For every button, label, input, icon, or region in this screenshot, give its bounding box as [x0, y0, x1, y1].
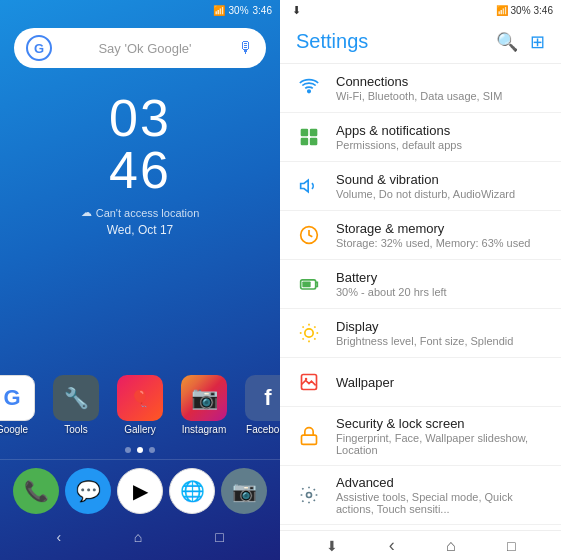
- svg-line-13: [314, 338, 315, 339]
- clock-hour: 03: [109, 92, 171, 144]
- search-icon[interactable]: 🔍: [496, 31, 518, 53]
- date-text: Wed, Oct 17: [107, 223, 173, 237]
- svg-rect-1: [301, 129, 309, 137]
- storage-title: Storage & memory: [336, 221, 547, 236]
- settings-item-storage[interactable]: Storage & memory Storage: 32% used, Memo…: [280, 211, 561, 260]
- phone-dock-icon[interactable]: 📞: [13, 468, 59, 514]
- app-tools[interactable]: 🔧 Tools: [53, 375, 99, 435]
- bottom-dock: 📞 💬 ▶ 🌐 📷: [0, 459, 280, 522]
- app-google[interactable]: G Google: [0, 375, 35, 435]
- back-btn-right[interactable]: ‹: [389, 535, 395, 556]
- settings-item-apps[interactable]: Apps & notifications Permissions, defaul…: [280, 113, 561, 162]
- recents-btn-left[interactable]: □: [215, 529, 223, 545]
- app-gallery[interactable]: 🎈 Gallery: [117, 375, 163, 435]
- left-status-bar: 📶 30% 3:46: [0, 0, 280, 20]
- google-logo: G: [26, 35, 52, 61]
- connections-icon: [294, 73, 324, 103]
- battery-title: Battery: [336, 270, 547, 285]
- battery-text: 30%: [229, 5, 249, 16]
- messages-dock-icon[interactable]: 💬: [65, 468, 111, 514]
- layout-icon[interactable]: ⊞: [530, 31, 545, 53]
- settings-footer: ⬇ ‹ ⌂ □: [280, 530, 561, 560]
- download-icon: ⬇: [288, 4, 301, 17]
- wifi-icon: 📶: [213, 5, 225, 16]
- svg-line-12: [303, 327, 304, 328]
- svg-point-9: [305, 329, 313, 337]
- gallery-label: Gallery: [124, 424, 156, 435]
- location-text: ☁ Can't access location: [81, 206, 200, 219]
- advanced-subtitle: Assistive tools, Special mode, Quick act…: [336, 491, 547, 515]
- cloud-icon: ☁: [81, 206, 92, 219]
- time-display-left: 3:46: [253, 5, 272, 16]
- header-icons: 🔍 ⊞: [496, 31, 545, 53]
- svg-point-21: [307, 493, 312, 498]
- app-instagram[interactable]: 📷 Instagram: [181, 375, 227, 435]
- advanced-icon: [294, 480, 324, 510]
- settings-item-battery[interactable]: Battery 30% - about 20 hrs left: [280, 260, 561, 309]
- home-btn-left[interactable]: ⌂: [134, 529, 142, 545]
- left-nav-bar: ‹ ⌂ □: [0, 522, 280, 552]
- sound-text: Sound & vibration Volume, Do not disturb…: [336, 172, 547, 200]
- connections-text: Connections Wi-Fi, Bluetooth, Data usage…: [336, 74, 547, 102]
- svg-rect-2: [310, 129, 318, 137]
- app-row-main: G Google 🔧 Tools 🎈 Gallery 📷 Instagram f…: [0, 369, 280, 441]
- tools-label: Tools: [64, 424, 87, 435]
- right-status-bar: ⬇ 📶 30% 3:46: [280, 0, 561, 20]
- google-search-bar[interactable]: G Say 'Ok Google' 🎙: [14, 28, 266, 68]
- dot-2: [137, 447, 143, 453]
- wallpaper-icon: [294, 367, 324, 397]
- display-title: Display: [336, 319, 547, 334]
- svg-rect-8: [302, 282, 310, 288]
- back-btn-left[interactable]: ‹: [56, 529, 61, 545]
- download-arrow: ⬇: [326, 538, 338, 554]
- home-btn-right[interactable]: ⌂: [446, 537, 456, 555]
- mic-icon[interactable]: 🎙: [238, 39, 254, 57]
- google-icon: G: [0, 375, 35, 421]
- display-text: Display Brightness level, Font size, Spl…: [336, 319, 547, 347]
- recents-btn-right[interactable]: □: [507, 538, 515, 554]
- svg-rect-3: [301, 138, 309, 146]
- settings-item-sound[interactable]: Sound & vibration Volume, Do not disturb…: [280, 162, 561, 211]
- security-title: Security & lock screen: [336, 416, 547, 431]
- status-icons: 📶 30% 3:46: [213, 5, 272, 16]
- facebook-label: Facebook: [246, 424, 280, 435]
- security-icon: [294, 421, 324, 451]
- svg-line-17: [314, 327, 315, 328]
- app-facebook[interactable]: f Facebook: [245, 375, 280, 435]
- storage-text: Storage & memory Storage: 32% used, Memo…: [336, 221, 547, 249]
- svg-rect-20: [302, 435, 317, 444]
- page-dots: [0, 447, 280, 453]
- settings-item-security[interactable]: Security & lock screen Fingerprint, Face…: [280, 407, 561, 466]
- play-dock-icon[interactable]: ▶: [117, 468, 163, 514]
- instagram-label: Instagram: [182, 424, 226, 435]
- camera-dock-icon[interactable]: 📷: [221, 468, 267, 514]
- tools-icon: 🔧: [53, 375, 99, 421]
- settings-item-advanced[interactable]: Advanced Assistive tools, Special mode, …: [280, 466, 561, 525]
- advanced-title: Advanced: [336, 475, 547, 490]
- google-label: Google: [0, 424, 28, 435]
- display-subtitle: Brightness level, Font size, Splendid: [336, 335, 547, 347]
- wifi-icon-right: 📶: [496, 5, 508, 16]
- svg-point-19: [305, 378, 308, 381]
- battery-icon: [294, 269, 324, 299]
- svg-line-16: [303, 338, 304, 339]
- apps-subtitle: Permissions, default apps: [336, 139, 547, 151]
- chrome-dock-icon[interactable]: 🌐: [169, 468, 215, 514]
- settings-item-wallpaper[interactable]: Wallpaper: [280, 358, 561, 407]
- battery-subtitle: 30% - about 20 hrs left: [336, 286, 547, 298]
- security-subtitle: Fingerprint, Face, Wallpaper slideshow, …: [336, 432, 547, 456]
- storage-subtitle: Storage: 32% used, Memory: 63% used: [336, 237, 547, 249]
- settings-item-connections[interactable]: Connections Wi-Fi, Bluetooth, Data usage…: [280, 64, 561, 113]
- apps-text: Apps & notifications Permissions, defaul…: [336, 123, 547, 151]
- settings-item-display[interactable]: Display Brightness level, Font size, Spl…: [280, 309, 561, 358]
- facebook-icon: f: [245, 375, 280, 421]
- battery-text-item: Battery 30% - about 20 hrs left: [336, 270, 547, 298]
- sound-title: Sound & vibration: [336, 172, 547, 187]
- settings-header: Settings 🔍 ⊞: [280, 20, 561, 64]
- connections-subtitle: Wi-Fi, Bluetooth, Data usage, SIM: [336, 90, 547, 102]
- apps-title: Apps & notifications: [336, 123, 547, 138]
- settings-panel: ⬇ 📶 30% 3:46 Settings 🔍 ⊞ Connections Wi…: [280, 0, 561, 560]
- svg-rect-4: [310, 138, 318, 146]
- battery-right: 30%: [511, 5, 531, 16]
- dot-1: [125, 447, 131, 453]
